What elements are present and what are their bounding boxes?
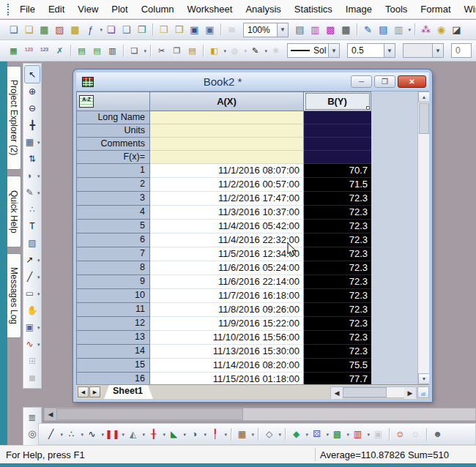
date-cell[interactable]: 11/7/2016 16:18:00 [150, 289, 304, 303]
row-number[interactable]: 13 [76, 331, 150, 345]
tool-icon[interactable]: ▧ [25, 234, 40, 251]
menu-item[interactable]: Statistics [288, 1, 339, 18]
row-number[interactable]: 11 [76, 303, 150, 317]
menu-item[interactable]: Column [135, 1, 181, 18]
toolbar-icon[interactable]: ❏ [6, 22, 21, 37]
row-number[interactable]: 3 [76, 192, 150, 206]
scroll-right-icon[interactable]: ▶ [404, 387, 416, 399]
plot-icon[interactable]: ▩ [330, 427, 345, 442]
toolbar-icon[interactable]: ❒ [156, 22, 171, 37]
minimize-button[interactable]: ─ [351, 75, 372, 88]
row-number[interactable]: 6 [76, 234, 150, 247]
plot-icon[interactable] [256, 427, 261, 442]
chevron-down-icon[interactable]: ▼ [384, 44, 395, 57]
tool-icon[interactable]: ◼ [25, 369, 40, 386]
toolbar-icon[interactable]: ▤ [376, 22, 391, 37]
date-cell[interactable]: 11/15/2016 01:18:00 [150, 373, 304, 384]
plot-icon[interactable]: ∿ [84, 427, 100, 442]
plot-icon[interactable]: ⚄ [309, 427, 324, 442]
plot-icon[interactable]: ▣ [371, 427, 386, 442]
tool-icon[interactable]: ≣ [25, 409, 40, 425]
plot-icon[interactable]: ╿ [207, 427, 223, 442]
menu-item[interactable]: Image [339, 1, 379, 18]
date-cell[interactable]: 11/8/2016 09:26:00 [150, 303, 304, 317]
zoom-select[interactable]: 100% ▼ [243, 23, 289, 37]
row-label[interactable]: Units [76, 124, 150, 138]
date-cell[interactable]: 11/1/2016 08:07:00 [150, 164, 304, 178]
date-cell[interactable]: 11/6/2016 05:24:00 [150, 261, 304, 275]
row-number[interactable]: 1 [76, 164, 150, 178]
toolbar-icon[interactable]: ✎ [360, 22, 376, 37]
toolbar-icon[interactable] [68, 43, 73, 59]
vertical-scrollbar[interactable]: ▲ ▼ [417, 91, 429, 384]
toolbar-icon[interactable]: ▤ [89, 43, 105, 59]
plot-icon[interactable]: ◆ [289, 427, 304, 442]
toolbar-icon[interactable] [412, 22, 417, 37]
plot-icon[interactable]: ◇ [261, 427, 277, 442]
menu-item[interactable]: Plot [105, 1, 134, 18]
row-number[interactable]: 8 [76, 261, 150, 275]
value-cell[interactable]: 75.5 [304, 359, 371, 373]
toolbar-icon[interactable]: ▤ [292, 22, 308, 37]
value-cell[interactable]: 71.5 [304, 178, 371, 192]
toolbar-icon[interactable]: ▣ [187, 22, 202, 37]
date-cell[interactable]: 11/3/2016 10:37:00 [150, 206, 304, 220]
value-cell[interactable]: 72.3 [304, 303, 371, 317]
label-cell-b[interactable] [304, 124, 371, 138]
color-select[interactable]: ▼ [403, 43, 444, 58]
toolbar-icon[interactable]: ❒ [134, 22, 149, 37]
toolbar-icon[interactable]: ▦ [37, 22, 52, 37]
label-cell-a[interactable] [150, 124, 304, 138]
tool-icon[interactable]: ▣ [23, 318, 37, 335]
toolbar-icon[interactable]: ✎ [248, 43, 263, 59]
value-cell[interactable]: 72.3 [304, 192, 371, 206]
chevron-down-icon[interactable]: ▼ [432, 44, 443, 57]
plot-icon[interactable]: ☺ [393, 427, 408, 442]
tab-scroll-right-icon[interactable]: ▶ [89, 386, 100, 397]
chevron-down-icon[interactable]: ▼ [277, 23, 288, 37]
row-label[interactable]: Comments [76, 138, 150, 151]
toolbar-icon[interactable]: ▩ [323, 22, 338, 37]
date-cell[interactable]: 11/10/2016 15:56:00 [150, 331, 304, 345]
tool-icon[interactable]: ✎ [23, 184, 37, 201]
toolbar-icon[interactable]: ❒ [171, 22, 187, 37]
select-all-corner[interactable]: A-Z [76, 91, 150, 111]
toolbar-icon[interactable]: ≋ [224, 22, 239, 37]
plot-icon[interactable] [424, 427, 429, 442]
toolbar-icon[interactable]: ⁂ [418, 22, 434, 37]
label-cell-a[interactable] [150, 138, 304, 151]
menu-item[interactable]: Window [458, 1, 476, 18]
toolbar-icon[interactable]: ▦ [67, 22, 83, 37]
tab-scroll-left-icon[interactable]: ◀ [78, 386, 89, 397]
plot-icon[interactable]: ◭ [125, 427, 141, 442]
horizontal-scroll-thumb[interactable] [343, 387, 387, 397]
row-number[interactable]: 9 [76, 275, 150, 289]
toolbar-icon[interactable]: ❐ [169, 43, 185, 59]
toolbar-icon[interactable]: ▤ [185, 43, 200, 59]
toolbar-icon[interactable]: ▦ [338, 22, 354, 37]
plot-icon[interactable] [387, 427, 392, 442]
tool-icon[interactable]: ⊞ [25, 352, 40, 369]
toolbar-icon[interactable]: ❏ [103, 22, 119, 37]
tool-icon[interactable]: ▦ [23, 133, 37, 150]
value-cell[interactable]: 72.3 [304, 220, 371, 234]
tool-icon[interactable]: ∿ [23, 335, 37, 352]
label-cell-a[interactable] [150, 151, 304, 164]
value-cell[interactable]: 72.3 [304, 234, 371, 247]
tool-icon[interactable]: ◗ [23, 167, 37, 184]
date-cell[interactable]: 11/6/2016 22:14:00 [150, 275, 304, 289]
toolbar-icon[interactable]: ▥ [308, 22, 323, 37]
toolbar-icon[interactable] [201, 43, 206, 59]
sidebar-tab-messages-log[interactable]: Messages Log [7, 253, 21, 338]
line-style-select[interactable]: Sol ▼ [287, 43, 340, 58]
toolbar-icon[interactable]: ✺ [268, 43, 283, 59]
row-number[interactable]: 12 [76, 317, 150, 331]
value-cell[interactable]: 72.3 [304, 289, 371, 303]
row-label[interactable]: Long Name [76, 111, 150, 124]
toolbar-icon[interactable]: ❏ [127, 43, 142, 59]
tool-icon[interactable]: ⇅ [25, 150, 40, 167]
menu-item[interactable]: Worksheet [181, 1, 239, 18]
toolbar-icon[interactable]: ▣ [202, 22, 217, 37]
plot-icon[interactable]: ╱ [43, 427, 59, 442]
row-number[interactable]: 4 [76, 206, 150, 220]
